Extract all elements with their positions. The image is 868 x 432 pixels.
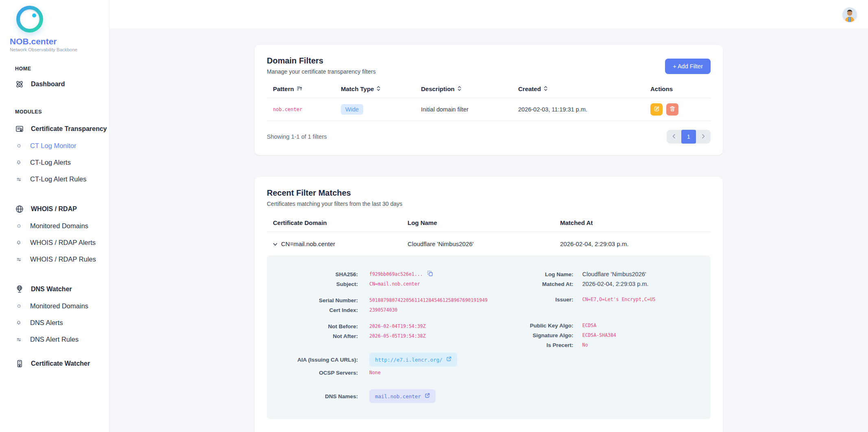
bell-icon [16,160,21,165]
rules-icon [16,337,21,342]
external-link-icon [425,393,430,399]
sidebar-item-certificate-transparency[interactable]: Certificate Transparency [0,120,109,137]
nav-section-home: HOME [15,66,109,72]
sidebar-item-whois-monitored-domains[interactable]: Monitored Domains [0,218,109,234]
bell-icon [16,240,21,245]
sidebar-item-ct-log-monitor[interactable]: CT Log Monitor [0,137,109,154]
cert-watcher-icon [15,359,24,368]
detail-not-before: Not Before: 2026-02-04T19:54:39Z [267,321,489,331]
nav-group-certificate-transparency: Certificate Transparency CT Log Monitor … [0,120,109,188]
column-header-matched-at: Matched At [560,219,711,226]
external-link-icon [446,356,451,363]
column-header-created[interactable]: Created [518,85,650,92]
sidebar-item-dns-monitored-domains[interactable]: Monitored Domains [0,298,109,314]
pagination: 1 [667,130,711,144]
detail-public-key-algo: Public Key Algo: ECDSA [489,321,711,330]
sort-icon [458,85,461,92]
matches-table-header: Certificate Domain Log Name Matched At [267,219,711,232]
sidebar-group-label: DNS Watcher [31,286,72,293]
detail-matched-at: Matched At: 2026-02-04, 2:29:03 p.m. [489,279,711,289]
rules-icon [16,177,21,182]
sidebar-item-ct-log-alert-rules[interactable]: CT-Log Alert Rules [0,171,109,188]
chevron-left-icon [672,134,676,140]
topbar [109,0,868,28]
app-screen: NOB.center Network Observability Backbon… [0,0,868,432]
detail-log-name: Log Name: Cloudflare 'Nimbus2026' [489,269,711,279]
sidebar-item-label: Monitored Domains [30,222,88,230]
logo-dot-icon [32,13,36,17]
sidebar-item-label: Dashboard [31,81,65,88]
sidebar-item-dashboard[interactable]: Dashboard [0,76,109,93]
certificate-icon [15,124,24,133]
sidebar-item-label: CT Log Monitor [30,142,76,150]
brand-tagline: Network Observability Backbone [10,47,109,52]
sort-icon [377,85,380,92]
detail-signature-algo: Signature Algo: ECDSA-SHA384 [489,330,711,340]
brand-name: NOB.center [10,37,109,46]
add-filter-button[interactable]: + Add Filter [665,59,711,74]
domain-filters-card: Domain Filters Manage your certificate t… [255,45,723,155]
copy-icon [427,271,433,278]
next-page-button[interactable] [696,130,711,144]
page-title: Domain Filters [267,56,376,65]
sidebar: NOB.center Network Observability Backbon… [0,0,109,432]
trash-icon [670,106,675,113]
detail-serial: Serial Number: 5018879807422056114128454… [267,295,489,305]
detail-aia: AIA (Issuing CA URLs): http://e7.i.lencr… [267,351,489,368]
column-header-description[interactable]: Description [421,85,518,92]
pagination-summary: Showing 1-1 of 1 filters [267,133,327,140]
avatar[interactable] [842,7,857,22]
match-domain: CN=mail.nob.center [281,240,335,247]
sidebar-item-dns-watcher[interactable]: DNS Watcher [0,281,109,298]
aia-url-link[interactable]: http://e7.i.lencr.org/ [369,353,457,367]
expand-row-toggle[interactable]: CN=mail.nob.center [267,240,408,247]
filter-table-row: nob.center Wide Initial domain filter 20… [267,98,711,121]
sidebar-group-label: WHOIS / RDAP [31,205,77,213]
detail-issuer: Issuer: CN=E7,O=Let's Encrypt,C=US [489,295,711,304]
column-header-certificate-domain: Certificate Domain [267,219,408,226]
sidebar-item-whois-rdap-rules[interactable]: WHOIS / RDAP Rules [0,251,109,268]
main-content: Domain Filters Manage your certificate t… [109,28,868,432]
chevron-right-icon [702,134,705,140]
chevron-down-icon [273,240,277,247]
circle-icon [16,224,21,229]
page-subtitle: Manage your certificate transparency fil… [267,68,376,75]
globe-icon [15,205,24,214]
sidebar-item-label: CT-Log Alert Rules [30,175,86,183]
sidebar-item-whois-rdap[interactable]: WHOIS / RDAP [0,201,109,218]
sidebar-group-label: Certificate Transparency [31,125,107,133]
globe-stand-icon [15,285,24,294]
detail-cert-index: Cert Index: 2390574030 [267,305,489,315]
prev-page-button[interactable] [667,130,681,144]
column-header-pattern[interactable]: Pattern [267,85,341,92]
sidebar-item-whois-rdap-alerts[interactable]: WHOIS / RDAP Alerts [0,234,109,251]
detail-not-after: Not After: 2026-05-05T19:54:38Z [267,331,489,341]
column-header-match-type[interactable]: Match Type [341,85,421,92]
delete-filter-button[interactable] [666,103,678,116]
section-subtitle: Certificates matching your filters from … [267,201,711,207]
sidebar-item-dns-alerts[interactable]: DNS Alerts [0,314,109,331]
match-table-row[interactable]: CN=mail.nob.center Cloudflare 'Nimbus202… [267,232,711,255]
filter-created: 2026-02-03, 11:19:31 p.m. [518,106,650,113]
detail-dns-names: DNS Names: mail.nob.center [267,388,489,404]
sidebar-item-dns-alert-rules[interactable]: DNS Alert Rules [0,331,109,348]
section-title: Recent Filter Matches [267,188,711,198]
filters-table-header: Pattern Match Type [267,85,711,98]
sort-icon [544,85,547,92]
edit-filter-button[interactable] [650,103,663,116]
sidebar-item-ct-log-alerts[interactable]: CT-Log Alerts [0,154,109,171]
match-matched-at: 2026-02-04, 2:29:03 p.m. [560,240,711,247]
sidebar-item-label: DNS Alerts [30,319,63,327]
match-type-badge: Wide [341,104,363,115]
page-1-button[interactable]: 1 [681,130,696,144]
filter-pattern: nob.center [267,107,341,112]
copy-sha256-button[interactable] [427,271,433,278]
sidebar-item-label: Monitored Domains [30,302,88,310]
dns-name-link[interactable]: mail.nob.center [369,389,436,403]
detail-ocsp: OCSP Servers: None [267,368,489,377]
detail-subject: Subject: CN=mail.nob.center [267,279,489,289]
sidebar-item-label: CT-Log Alerts [30,159,71,166]
sidebar-item-certificate-watcher[interactable]: Certificate Watcher [0,355,109,372]
bell-icon [16,321,21,325]
certificate-detail-panel: SHA256: f929bb069ac526e1... [267,255,711,419]
